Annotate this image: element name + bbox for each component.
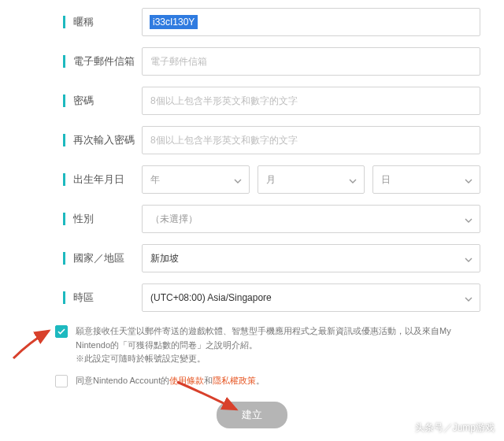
timezone-select[interactable] [142,284,480,312]
row-country: 國家／地區 [24,244,480,272]
consent-marketing-note: ※此設定可隨時於帳號設定變更。 [76,354,206,363]
watermark-text: 头条号／Jump游戏 [415,421,495,435]
consent-marketing-checkbox[interactable] [55,325,68,338]
label-country: 國家／地區 [73,251,124,265]
terms-link[interactable]: 使用條款 [169,376,204,385]
country-select[interactable] [142,244,480,272]
label-nickname: 暱稱 [73,15,94,29]
month-select[interactable] [258,165,365,194]
privacy-link[interactable]: 隱私權政策 [213,376,256,385]
check-icon [57,328,65,335]
nickname-value: i33cI130Y [150,15,198,29]
label-gender: 性別 [73,212,94,226]
password-field[interactable] [142,87,480,115]
row-timezone: 時區 [24,284,480,312]
annotation-arrow-icon [9,323,57,362]
row-email: 電子郵件信箱 [24,47,480,76]
gender-select[interactable] [142,205,480,233]
label-bar [63,16,65,28]
label-email: 電子郵件信箱 [73,54,135,69]
label-password-confirm: 再次輸入密碼 [73,133,135,147]
row-birthdate: 出生年月日 [24,165,480,194]
submit-button[interactable]: 建立 [217,402,287,428]
row-gender: 性別 [24,205,480,233]
row-password: 密碼 [24,87,480,115]
row-nickname: 暱稱 i33cI130Y [24,8,480,36]
year-select[interactable] [142,165,250,194]
email-field[interactable] [142,47,480,76]
consent-terms-and: 和 [204,376,213,385]
label-password: 密碼 [73,94,94,108]
label-timezone: 時區 [73,291,94,305]
account-form: 暱稱 i33cI130Y 電子郵件信箱 密碼 再次輸入密碼 [0,0,504,312]
consent-marketing-row: 願意接收任天堂以郵件寄送的遊戲軟體、智慧型手機應用程式之最新資訊或優惠活動，以及… [55,324,480,366]
consent-marketing-text: 願意接收任天堂以郵件寄送的遊戲軟體、智慧型手機應用程式之最新資訊或優惠活動，以及… [76,326,451,350]
password-confirm-field[interactable] [142,126,480,154]
consent-terms-row: 同意Nintendo Account的使用條款和隱私權政策。 [55,374,480,388]
label-birthdate: 出生年月日 [73,172,124,187]
row-password-confirm: 再次輸入密碼 [24,126,480,154]
nickname-input[interactable]: i33cI130Y [142,8,480,36]
consent-terms-prefix: 同意Nintendo Account的 [76,376,169,385]
consent-terms-checkbox[interactable] [55,375,68,387]
consent-terms-suffix: 。 [256,376,265,385]
consent-section: 願意接收任天堂以郵件寄送的遊戲軟體、智慧型手機應用程式之最新資訊或優惠活動，以及… [55,324,480,387]
day-select[interactable] [372,165,480,194]
